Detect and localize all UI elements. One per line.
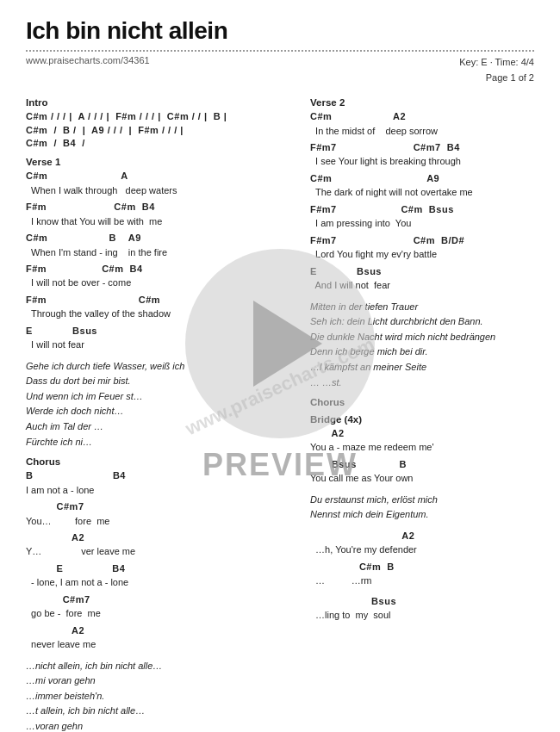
chorus-chord-2: C#m7 xyxy=(26,500,293,513)
page-number: Page 1 of 2 xyxy=(459,71,534,86)
chorus-stanza-5: C#m7 go be - fore me xyxy=(26,593,293,621)
bg-line-1: Du erstaunst mich, erlöst mich xyxy=(310,493,534,508)
chorus-label: Chorus xyxy=(26,456,293,467)
song-url: www.praisecharts.com/34361 xyxy=(26,55,150,65)
verse2-section: Verse 2 C#m A2 In the midst of deep sorr… xyxy=(310,97,534,292)
verse1-lyric-5: Through the valley of the shadow xyxy=(26,307,293,321)
left-column: Intro C#m / / / | A / / / | F#m / / / | … xyxy=(26,97,293,732)
chorus-stanza-2: C#m7 You… fore me xyxy=(26,500,293,528)
cg-line-4: …t allein, ich bin nicht alle… xyxy=(26,704,293,719)
cg-line-5: …voran gehn xyxy=(26,719,293,732)
v1g-line-6: Fürchte ich ni… xyxy=(26,435,293,450)
chorus-chord-4: E B4 xyxy=(26,562,293,575)
verse1-chord-1: C#m A xyxy=(26,170,293,183)
intro-line-2: C#m / B / | A9 / / / | F#m / / / | xyxy=(26,124,293,137)
intro-line-1: C#m / / / | A / / / | F#m / / / | C#m / … xyxy=(26,110,293,123)
verse2-stanza-1: C#m A2 In the midst of deep sorrow xyxy=(310,110,534,138)
bridge-stanza-1: A2 You a - maze me redeem me' xyxy=(310,427,534,455)
v1g-line-4: Werde ich doch nicht… xyxy=(26,404,293,419)
bridge-chord-2: Bsus B xyxy=(310,458,534,471)
verse2-chord-6: E Bsus xyxy=(310,265,534,278)
ending-lyric-2: … …rm xyxy=(310,574,534,588)
chorus-chord-6: A2 xyxy=(26,624,293,637)
verse2-stanza-2: F#m7 C#m7 B4 I see Your light is breakin… xyxy=(310,141,534,169)
chorus-chord-5: C#m7 xyxy=(26,593,293,606)
chorus-chord-1: B B4 xyxy=(26,469,293,482)
v2g-line-1: Mitten in der tiefen Trauer xyxy=(310,300,534,315)
verse2-lyric-3: The dark of night will not overtake me xyxy=(310,185,534,200)
bridge-stanza-2: Bsus B You call me as Your own xyxy=(310,458,534,486)
v2g-line-2: Seh ich: dein Licht durchbricht den Bann… xyxy=(310,314,534,330)
verse2-label: Verse 2 xyxy=(310,97,534,108)
cg-line-3: …immer beisteh'n. xyxy=(26,689,293,704)
chorus-stanza-4: E B4 - lone, I am not a - lone xyxy=(26,562,293,590)
chorus2-placeholder: Chorus xyxy=(310,397,534,407)
verse2-stanza-5: F#m7 C#m B/D# Lord You fight my ev'ry ba… xyxy=(310,234,534,262)
ending-right-top: A2 …h, You're my defender C#m B … …rm xyxy=(310,530,534,588)
chorus-lyric-4: - lone, I am not a - lone xyxy=(26,575,293,590)
ending-lyric-1: …h, You're my defender xyxy=(310,543,534,557)
verse1-lyric-6: I will not fear xyxy=(26,338,293,352)
chorus-stanza-3: A2 Y… ver leave me xyxy=(26,531,293,559)
ending-stanza-2: C#m B … …rm xyxy=(310,561,534,588)
verse2-chord-1: C#m A2 xyxy=(310,110,534,123)
verse1-stanza-6: E Bsus I will not fear xyxy=(26,325,293,352)
verse2-german-section: Mitten in der tiefen Trauer Seh ich: dei… xyxy=(310,300,534,391)
intro-line-3: C#m / B4 / xyxy=(26,137,293,150)
v1g-line-1: Gehe ich durch tiefe Wasser, weiß ich xyxy=(26,359,293,375)
v1g-line-3: Und wenn ich im Feuer st… xyxy=(26,389,293,405)
ending-chord-1: A2 xyxy=(310,530,534,543)
verse2-chord-2: F#m7 C#m7 B4 xyxy=(310,141,534,154)
url-meta-bar: www.praisecharts.com/34361 Key: E · Time… xyxy=(26,55,534,85)
key-time: Key: E · Time: 4/4 xyxy=(459,55,534,71)
verse1-lyric-4: I will not be over - come xyxy=(26,276,293,290)
chorus-section: Chorus B B4 I am not a - lone C#m7 You… … xyxy=(26,456,293,651)
v1g-line-2: Dass du dort bei mir bist. xyxy=(26,374,293,389)
ending-bottom-stanza: Bsus …ling to my soul xyxy=(310,595,534,623)
bridge-lyric-1: You a - maze me redeem me' xyxy=(310,440,534,455)
v2g-line-6: … …st. xyxy=(310,375,534,391)
bridge-label: Bridge (4x) xyxy=(310,414,534,425)
chorus-german-section: …nicht allein, ich bin nicht alle… …mi v… xyxy=(26,659,293,732)
chorus-lyric-6: never leave me xyxy=(26,637,293,652)
chorus-lyric-3: Y… ver leave me xyxy=(26,544,293,559)
chorus-chord-3: A2 xyxy=(26,531,293,544)
cg-line-2: …mi voran gehn xyxy=(26,673,293,689)
v1g-line-5: Auch im Tal der … xyxy=(26,419,293,435)
page: Ich bin nicht allein www.praisecharts.co… xyxy=(0,0,560,732)
verse2-chord-4: F#m7 C#m Bsus xyxy=(310,203,534,216)
verse1-german-section: Gehe ich durch tiefe Wasser, weiß ich Da… xyxy=(26,359,293,450)
verse2-stanza-3: C#m A9 The dark of night will not overta… xyxy=(310,172,534,200)
chorus-stanza-6: A2 never leave me xyxy=(26,624,293,652)
bg-line-2: Nennst mich dein Eigentum. xyxy=(310,507,534,523)
bridge-lyric-2: You call me as Your own xyxy=(310,471,534,486)
main-columns: Intro C#m / / / | A / / / | F#m / / / | … xyxy=(26,97,534,732)
chorus-lyric-1: I am not a - lone xyxy=(26,483,293,498)
verse2-lyric-1: In the midst of deep sorrow xyxy=(310,124,534,139)
verse2-lyric-5: Lord You fight my ev'ry battle xyxy=(310,247,534,262)
v2g-line-3: Die dunkle Nacht wird mich nicht bedräng… xyxy=(310,330,534,345)
verse2-lyric-2: I see Your light is breaking through xyxy=(310,154,534,169)
song-title: Ich bin nicht allein xyxy=(26,17,534,45)
ending-bottom-chord: Bsus xyxy=(310,595,534,608)
verse2-stanza-6: E Bsus And I will not fear xyxy=(310,265,534,293)
ending-bottom-lyric: …ling to my soul xyxy=(310,608,534,623)
meta-info: Key: E · Time: 4/4 Page 1 of 2 xyxy=(459,55,534,85)
verse1-chord-2: F#m C#m B4 xyxy=(26,201,293,214)
verse1-chord-5: F#m C#m xyxy=(26,294,293,307)
intro-label: Intro xyxy=(26,97,293,108)
cg-line-1: …nicht allein, ich bin nicht alle… xyxy=(26,659,293,674)
verse2-chord-3: C#m A9 xyxy=(310,172,534,185)
verse1-stanza-4: F#m C#m B4 I will not be over - come xyxy=(26,263,293,290)
verse1-stanza-1: C#m A When I walk through deep waters xyxy=(26,170,293,197)
verse1-section: Verse 1 C#m A When I walk through deep w… xyxy=(26,157,293,351)
divider xyxy=(26,50,534,52)
verse1-lyric-3: When I'm stand - ing in the fire xyxy=(26,245,293,260)
verse1-lyric-2: I know that You will be with me xyxy=(26,214,293,229)
chorus2-label: Chorus xyxy=(310,397,534,407)
verse2-chord-5: F#m7 C#m B/D# xyxy=(310,234,534,247)
chorus-lyric-5: go be - fore me xyxy=(26,606,293,621)
verse1-chord-4: F#m C#m B4 xyxy=(26,263,293,276)
v2g-line-5: …l kämpfst an meiner Seite xyxy=(310,360,534,375)
verse1-label: Verse 1 xyxy=(26,157,293,167)
